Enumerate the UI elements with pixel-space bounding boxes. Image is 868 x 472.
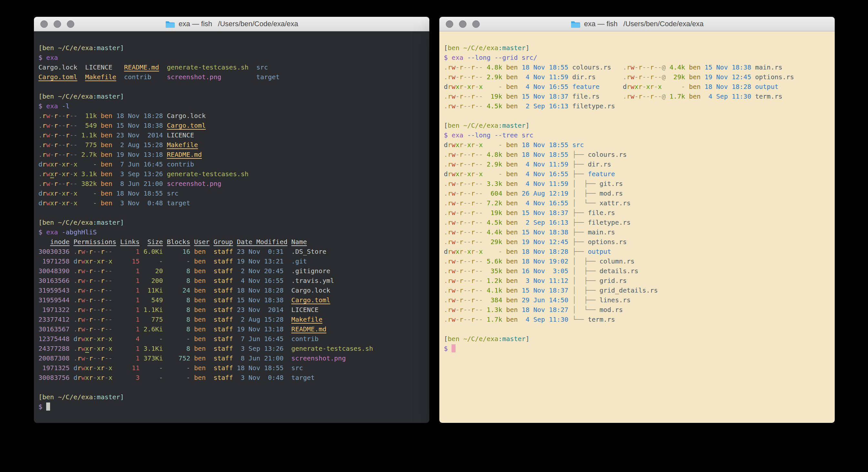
text-segment: [502, 73, 506, 81]
text-segment: -: [144, 335, 163, 343]
text-segment: [518, 189, 522, 197]
title-bar[interactable]: exa — fish /Users/ben/Code/exa/exa: [439, 17, 835, 31]
text-segment: [568, 287, 572, 294]
permission-char: r: [459, 218, 463, 226]
text-segment: [190, 287, 194, 294]
text-segment: ben: [101, 199, 113, 207]
text-segment: 1.7k: [670, 92, 685, 100]
text-segment: -: [144, 257, 163, 265]
text-segment: [210, 238, 214, 246]
permission-char: -: [97, 306, 101, 314]
text-segment: 373Ki: [144, 354, 163, 362]
permission-char: x: [50, 189, 54, 197]
permission-char: d: [444, 248, 448, 256]
text-segment: dir.rs: [572, 73, 595, 81]
text-segment: -abghHliS: [58, 228, 97, 236]
permission-char: r: [650, 73, 654, 81]
permission-char: -: [475, 316, 479, 323]
terminal-content[interactable]: [ben ~/C/e/exa:master]$ exa --long --gri…: [439, 31, 835, 423]
permission-char: -: [108, 287, 113, 294]
text-segment: [77, 112, 81, 120]
text-segment: [69, 345, 73, 352]
permission-char: w: [452, 180, 456, 187]
text-segment: [568, 257, 572, 265]
text-segment: screenshot.png: [291, 354, 346, 362]
text-segment: │ ├──: [572, 189, 599, 197]
permission-char: w: [452, 257, 456, 265]
text-segment: ben: [506, 170, 518, 178]
terminal-content[interactable]: [ben ~/C/e/exa:master]$ exaCargo.lock LI…: [34, 31, 429, 423]
permission-char: r: [66, 180, 69, 187]
permission-char: -: [108, 306, 113, 314]
permission-char: r: [77, 248, 81, 256]
permission-char: -: [69, 189, 73, 197]
minimize-button[interactable]: [459, 20, 466, 28]
permission-char: r: [42, 151, 46, 158]
folder-icon[interactable]: [165, 20, 175, 28]
zoom-button[interactable]: [472, 20, 480, 28]
terminal-line: .rw-r--r-- 2.9k ben 4 Nov 11:59 ├── dir.…: [444, 159, 830, 169]
text-segment: [97, 151, 101, 158]
text-segment: -l: [58, 102, 69, 110]
text-segment: [568, 248, 572, 256]
permission-char: r: [471, 238, 475, 246]
permission-char: -: [108, 296, 113, 304]
text-segment: ben ~/C/e/exa: [448, 122, 498, 129]
text-segment: [190, 364, 194, 372]
permission-char: d: [73, 374, 77, 382]
text-segment: ben: [101, 112, 113, 120]
close-button[interactable]: [40, 20, 48, 28]
minimize-button[interactable]: [54, 20, 61, 28]
text-segment: 4.8k: [487, 151, 502, 158]
text-segment: [206, 277, 214, 285]
permission-char: -: [467, 92, 471, 100]
permission-char: d: [38, 160, 42, 168]
text-segment: [69, 335, 73, 343]
text-segment: 15 Nov 18:38: [237, 296, 284, 304]
text-segment: staff: [214, 306, 233, 314]
permission-char: x: [62, 170, 66, 178]
text-segment: 1: [120, 287, 140, 294]
text-segment: [751, 73, 755, 81]
text-segment: 1.2k: [487, 277, 502, 285]
text-segment: [518, 180, 522, 187]
text-segment: [69, 267, 73, 275]
permission-char: r: [77, 345, 81, 352]
permission-char: r: [627, 63, 630, 71]
traffic-lights: [446, 17, 480, 31]
permission-char: r: [638, 92, 642, 100]
permission-char: r: [471, 151, 475, 158]
text-segment: 18 Nov 18:55: [522, 63, 568, 71]
permission-char: w: [452, 277, 456, 285]
permission-char: r: [459, 102, 463, 110]
text-segment: 23 Nov 2014: [237, 306, 284, 314]
permission-char: r: [471, 228, 475, 236]
permission-char: r: [101, 306, 105, 314]
permission-char: -: [93, 345, 97, 352]
permission-char: r: [77, 364, 81, 372]
text-segment: 1971258: [38, 257, 69, 265]
zoom-button[interactable]: [67, 20, 74, 28]
text-segment: 30163567: [38, 325, 69, 333]
permission-char: w: [630, 83, 634, 90]
permission-char: -: [105, 248, 108, 256]
permission-char: r: [101, 374, 105, 382]
close-button[interactable]: [446, 20, 453, 28]
title-bar[interactable]: exa — fish /Users/ben/Code/exa/exa: [34, 17, 429, 31]
terminal-line: .rw-r--r-- 1.2k ben 3 Nov 11:12 │ ├── gr…: [444, 276, 830, 286]
text-segment: [113, 199, 116, 207]
terminal-line: .rw-r--r-- 1.7k ben 4 Sep 11:30 └── term…: [444, 315, 830, 324]
permission-char: -: [97, 287, 101, 294]
permission-char: -: [108, 354, 113, 362]
text-segment: [: [444, 44, 448, 52]
text-segment: ben: [506, 102, 518, 110]
permission-char: r: [89, 267, 93, 275]
folder-icon[interactable]: [570, 20, 580, 28]
text-segment: [140, 267, 144, 275]
text-segment: [113, 267, 120, 275]
text-segment: 24377288: [38, 345, 69, 352]
permission-char: -: [456, 189, 459, 197]
terminal-line: 30030336 .rw-r--r-- 1 6.0Ki 16 ben staff…: [38, 247, 425, 256]
text-segment: 18 Nov 18:55: [522, 141, 568, 149]
permission-char: r: [89, 306, 93, 314]
